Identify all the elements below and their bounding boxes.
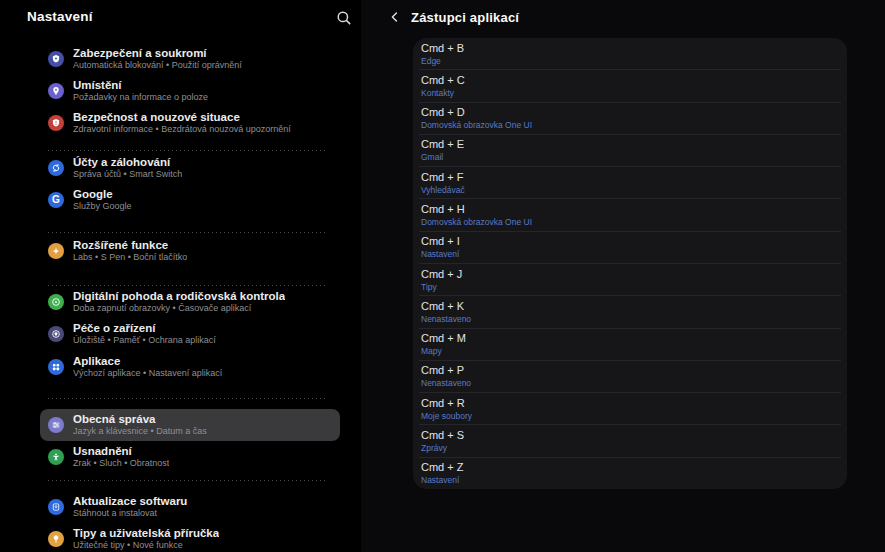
shortcut-keys: Cmd + S bbox=[421, 429, 841, 441]
security-shield-icon bbox=[48, 51, 64, 67]
settings-item-general-management[interactable]: Obecná správa Jazyk a klávesnice • Datum… bbox=[40, 409, 340, 441]
shortcut-keys: Cmd + E bbox=[421, 138, 841, 150]
lightbulb-icon bbox=[48, 531, 64, 547]
shortcut-app-link[interactable]: Mapy bbox=[421, 346, 841, 356]
shortcut-keys: Cmd + B bbox=[421, 42, 841, 54]
app-shortcuts-panel: Zástupci aplikací Cmd + B Edge Cmd + C K… bbox=[361, 0, 885, 552]
shortcut-app-link[interactable]: Nenastaveno bbox=[421, 314, 841, 324]
shortcut-keys: Cmd + M bbox=[421, 332, 841, 344]
shortcut-row-cmd-i[interactable]: Cmd + I Nastavení bbox=[419, 232, 841, 264]
shortcut-keys: Cmd + H bbox=[421, 203, 841, 215]
settings-item-subtitle: Požadavky na informace o poloze bbox=[73, 92, 208, 103]
settings-item-accounts-backup[interactable]: Účty a zálohování Správa účtů • Smart Sw… bbox=[40, 152, 340, 184]
shortcut-keys: Cmd + J bbox=[421, 268, 841, 280]
shortcut-row-cmd-r[interactable]: Cmd + R Moje soubory bbox=[419, 393, 841, 425]
settings-item-subtitle: Labs • S Pen • Boční tlačítko bbox=[73, 252, 187, 263]
search-icon[interactable] bbox=[335, 9, 353, 27]
shortcut-row-cmd-f[interactable]: Cmd + F Vyhledávač bbox=[419, 167, 841, 199]
settings-item-title: Obecná správa bbox=[73, 413, 207, 426]
settings-item-title: Bezpečnost a nouzové situace bbox=[73, 111, 291, 124]
settings-item-title: Tipy a uživatelská příručka bbox=[73, 527, 219, 540]
shortcut-app-link[interactable]: Domovská obrazovka One UI bbox=[421, 217, 841, 227]
shortcut-app-link[interactable]: Kontakty bbox=[421, 88, 841, 98]
settings-item-title: Účty a zálohování bbox=[73, 156, 182, 169]
settings-item-title: Zabezpečení a soukromí bbox=[73, 47, 242, 60]
settings-item-subtitle: Jazyk a klávesnice • Datum a čas bbox=[73, 426, 207, 437]
settings-item-title: Usnadnění bbox=[73, 445, 169, 458]
settings-item-subtitle: Stáhnout a instalovat bbox=[73, 508, 187, 519]
shortcut-app-link[interactable]: Nastavení bbox=[421, 249, 841, 259]
shortcut-keys: Cmd + I bbox=[421, 235, 841, 247]
settings-item-title: Umístění bbox=[73, 79, 208, 92]
settings-window: Nastavení Zabezpečení a soukromí Automat… bbox=[0, 0, 885, 552]
sparkle-icon bbox=[48, 243, 64, 259]
shortcut-keys: Cmd + F bbox=[421, 171, 841, 183]
settings-item-safety-emergency[interactable]: Bezpečnost a nouzové situace Zdravotní i… bbox=[40, 107, 340, 139]
accessibility-icon bbox=[48, 449, 64, 465]
settings-menu-pane: Nastavení Zabezpečení a soukromí Automat… bbox=[0, 0, 361, 552]
shortcut-row-cmd-p[interactable]: Cmd + P Nenastaveno bbox=[419, 361, 841, 393]
shortcuts-card: Cmd + B Edge Cmd + C Kontakty Cmd + D Do… bbox=[413, 38, 847, 489]
shortcut-app-link[interactable]: Vyhledávač bbox=[421, 185, 841, 195]
apps-grid-icon bbox=[48, 359, 64, 375]
shortcut-row-cmd-z[interactable]: Cmd + Z Nastavení bbox=[419, 458, 841, 489]
settings-item-subtitle: Automatická blokování • Použití oprávněn… bbox=[73, 60, 242, 71]
shortcut-keys: Cmd + K bbox=[421, 300, 841, 312]
shortcut-row-cmd-c[interactable]: Cmd + C Kontakty bbox=[419, 70, 841, 102]
settings-item-accessibility[interactable]: Usnadnění Zrak • Sluch • Obratnost bbox=[40, 441, 340, 473]
settings-item-title: Google bbox=[73, 188, 132, 201]
shortcut-row-cmd-b[interactable]: Cmd + B Edge bbox=[419, 38, 841, 70]
settings-item-title: Péče o zařízení bbox=[73, 322, 216, 335]
software-update-icon bbox=[48, 499, 64, 515]
google-g-icon: G bbox=[48, 192, 64, 208]
settings-item-subtitle: Zrak • Sluch • Obratnost bbox=[73, 458, 169, 469]
settings-item-location[interactable]: Umístění Požadavky na informace o poloze bbox=[40, 75, 340, 107]
settings-item-title: Digitální pohoda a rodičovská kontrola bbox=[73, 290, 285, 303]
shortcut-row-cmd-s[interactable]: Cmd + S Zprávy bbox=[419, 425, 841, 457]
shortcut-row-cmd-j[interactable]: Cmd + J Tipy bbox=[419, 264, 841, 296]
shortcut-keys: Cmd + P bbox=[421, 364, 841, 376]
shortcut-keys: Cmd + C bbox=[421, 74, 841, 86]
settings-item-title: Rozšířené funkce bbox=[73, 239, 187, 252]
settings-item-device-care[interactable]: Péče o zařízení Úložiště • Paměť • Ochra… bbox=[40, 318, 340, 350]
settings-item-advanced-features[interactable]: Rozšířené funkce Labs • S Pen • Boční tl… bbox=[40, 235, 340, 267]
settings-item-google[interactable]: G Google Služby Google bbox=[40, 184, 340, 216]
panel-title: Zástupci aplikací bbox=[411, 10, 519, 25]
list-divider bbox=[48, 480, 328, 482]
shortcut-app-link[interactable]: Moje soubory bbox=[421, 411, 841, 421]
settings-item-title: Aplikace bbox=[73, 355, 222, 368]
shortcut-app-link[interactable]: Edge bbox=[421, 56, 841, 66]
settings-item-security[interactable]: Zabezpečení a soukromí Automatická bloko… bbox=[40, 43, 340, 75]
settings-item-subtitle: Výchozí aplikace • Nastavení aplikací bbox=[73, 368, 222, 379]
shortcut-app-link[interactable]: Tipy bbox=[421, 282, 841, 292]
shortcut-app-link[interactable]: Gmail bbox=[421, 152, 841, 162]
list-divider bbox=[48, 398, 328, 400]
shortcut-row-cmd-m[interactable]: Cmd + M Mapy bbox=[419, 329, 841, 361]
shortcut-app-link[interactable]: Domovská obrazovka One UI bbox=[421, 120, 841, 130]
shortcut-app-link[interactable]: Nenastaveno bbox=[421, 378, 841, 388]
shortcut-keys: Cmd + Z bbox=[421, 461, 841, 473]
shortcut-keys: Cmd + D bbox=[421, 106, 841, 118]
settings-item-subtitle: Úložiště • Paměť • Ochrana aplikací bbox=[73, 335, 216, 346]
device-care-icon bbox=[48, 326, 64, 342]
shortcut-app-link[interactable]: Nastavení bbox=[421, 475, 841, 485]
shortcut-keys: Cmd + R bbox=[421, 397, 841, 409]
page-title: Nastavení bbox=[27, 9, 93, 24]
shortcut-row-cmd-k[interactable]: Cmd + K Nenastaveno bbox=[419, 296, 841, 328]
settings-item-subtitle: Zdravotní informace • Bezdrátová nouzová… bbox=[73, 124, 291, 135]
settings-item-digital-wellbeing[interactable]: Digitální pohoda a rodičovská kontrola D… bbox=[40, 286, 340, 318]
settings-item-software-update[interactable]: Aktualizace softwaru Stáhnout a instalov… bbox=[40, 491, 340, 523]
settings-item-subtitle: Služby Google bbox=[73, 201, 132, 212]
back-arrow-icon[interactable] bbox=[386, 8, 404, 26]
wellbeing-ring-icon bbox=[48, 294, 64, 310]
settings-item-tips[interactable]: Tipy a uživatelská příručka Užitečné tip… bbox=[40, 523, 340, 552]
settings-item-apps[interactable]: Aplikace Výchozí aplikace • Nastavení ap… bbox=[40, 351, 340, 383]
list-divider bbox=[48, 232, 328, 234]
shortcut-row-cmd-d[interactable]: Cmd + D Domovská obrazovka One UI bbox=[419, 103, 841, 135]
emergency-shield-icon bbox=[48, 115, 64, 131]
shortcut-row-cmd-e[interactable]: Cmd + E Gmail bbox=[419, 135, 841, 167]
shortcut-row-cmd-h[interactable]: Cmd + H Domovská obrazovka One UI bbox=[419, 199, 841, 231]
settings-item-title: Aktualizace softwaru bbox=[73, 495, 187, 508]
shortcut-app-link[interactable]: Zprávy bbox=[421, 443, 841, 453]
settings-item-subtitle: Užitečné tipy • Nové funkce bbox=[73, 540, 219, 551]
